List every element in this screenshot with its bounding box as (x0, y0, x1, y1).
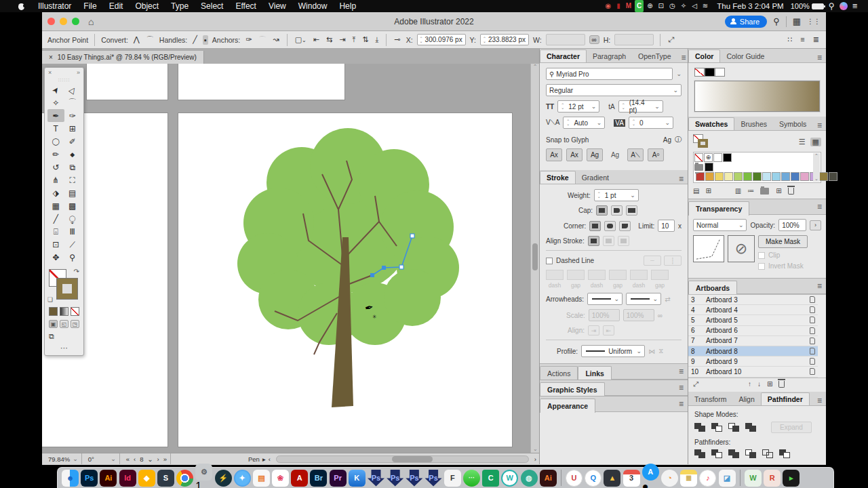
panel-menu-icon[interactable]: ≡ (813, 202, 826, 211)
artboard-name[interactable]: Artboard 7 (706, 337, 810, 344)
swatch-white[interactable] (713, 153, 722, 162)
menu-clock[interactable]: Thu Feb 3 2:04 PM (713, 2, 787, 10)
artboard-name[interactable]: Artboard 3 (706, 296, 810, 304)
fill-stroke-indicator[interactable] (693, 134, 709, 149)
artboard-number-field[interactable]: 8 (140, 455, 143, 463)
dock-separator-2[interactable] (740, 470, 741, 486)
swatch-scrollbar[interactable]: ⌃⌄ (813, 153, 820, 182)
color-swatch[interactable] (743, 172, 752, 181)
tab-stroke[interactable]: Stroke (540, 171, 576, 184)
dock-illustrator[interactable]: Ai (100, 470, 117, 487)
dock-sketch[interactable]: ◆ (138, 470, 155, 487)
perspective-grid-tool[interactable]: ▤ (64, 186, 81, 199)
artboard-8-canvas[interactable]: ✒ ✳ (178, 113, 512, 447)
tab-artboards[interactable]: Artboards (688, 281, 737, 295)
grid-view-icon[interactable]: ▦ (810, 138, 821, 146)
bluetooth-icon[interactable]: ✧ (679, 0, 688, 12)
tab-character[interactable]: Character (540, 49, 587, 62)
volume-icon[interactable]: ◁ (690, 0, 699, 12)
color-swatch[interactable] (791, 172, 800, 181)
blend-mode-select[interactable]: Normal⌄ (693, 219, 747, 231)
exclude-button[interactable] (745, 423, 756, 432)
menu-item[interactable]: File (77, 1, 102, 11)
hscroll-left-icon[interactable]: ‹ (269, 455, 271, 463)
hscroll-right-icon[interactable]: › (534, 455, 536, 463)
divide-button[interactable] (694, 449, 705, 458)
last-artboard-icon[interactable]: » (163, 455, 167, 463)
info-icon[interactable]: ⓘ (675, 135, 682, 144)
intersect-button[interactable] (728, 423, 739, 432)
glyph-options-icon[interactable]: Ag (663, 136, 671, 144)
edit-toolbar-button[interactable]: ⋯ (45, 344, 83, 352)
menu-item[interactable]: Window (292, 1, 334, 11)
dock-r-app[interactable]: R (764, 470, 781, 487)
workspace-switcher-icon[interactable]: ⋮⋮ (807, 18, 821, 25)
dock-messages[interactable]: ··· (463, 470, 480, 487)
dock-chrome[interactable] (176, 470, 193, 487)
artboard-row[interactable]: 8 Artboard 8 (688, 346, 818, 357)
snap-glyph-bounds-button[interactable]: Ag (587, 148, 603, 161)
black-swatch[interactable] (705, 68, 715, 77)
align-stroke-center-button[interactable] (588, 236, 599, 246)
dock-ps-installer-2[interactable]: Ps (387, 470, 403, 487)
page-icon[interactable] (810, 327, 815, 334)
opacity-field[interactable]: 100% (778, 219, 806, 231)
dock-ps-installer-1[interactable]: Ps (368, 470, 384, 487)
artboard-name[interactable]: Artboard 5 (706, 317, 810, 324)
color-button[interactable] (49, 307, 58, 316)
draw-inside-button[interactable]: ◳ (71, 320, 79, 328)
dock-finder[interactable]: ☻ (62, 470, 79, 487)
clock-icon[interactable]: ◷ (667, 0, 677, 12)
delete-swatch-icon[interactable] (788, 188, 794, 195)
trim-button[interactable] (711, 449, 722, 458)
artboard-row[interactable]: 3 Artboard 3 (688, 295, 818, 305)
panel-menu-icon[interactable]: ≡ (675, 367, 688, 376)
outline-button[interactable] (762, 449, 773, 458)
rotation-select[interactable]: 0°⌄ (85, 453, 120, 464)
default-fill-stroke-icon[interactable]: ❏ (47, 296, 53, 303)
swatch-none[interactable] (694, 153, 703, 162)
artboard-tool[interactable]: ⊡ (47, 238, 64, 251)
isolate-icon[interactable]: ⊸ (393, 35, 401, 45)
apple-menu-icon[interactable] (18, 2, 25, 10)
scrollbar-thumb[interactable] (532, 243, 538, 270)
artboard-row[interactable]: 9 Artboard 9 (688, 357, 818, 367)
panel-menu-icon[interactable]: ≡ (675, 383, 688, 392)
tab-swatches[interactable]: Swatches (688, 117, 734, 130)
zoom-tool[interactable]: ⚲ (64, 251, 81, 264)
dashed-line-checkbox[interactable] (546, 258, 553, 264)
next-artboard-icon[interactable]: › (157, 455, 159, 463)
panel-menu-icon[interactable]: ≡ (813, 396, 826, 405)
dock-shield-app[interactable]: S (157, 470, 174, 487)
tab-graphic-styles[interactable]: Graphic Styles (540, 382, 605, 396)
dock-illustrator-alt[interactable]: Ai (540, 470, 557, 487)
dock-ps-installer-3[interactable]: Ps (406, 470, 422, 487)
share-button[interactable]: Share (725, 16, 767, 28)
panel-menu-icon[interactable]: ≡ (675, 399, 688, 409)
menu-item[interactable]: Help (333, 1, 362, 11)
direct-selection-tool[interactable]: ▷ (64, 83, 81, 96)
dock-music[interactable]: ♪ (699, 470, 716, 487)
x-field[interactable]: ⌃⌄300.0976 px (417, 34, 466, 45)
new-color-group-icon[interactable] (760, 188, 769, 195)
dock-bolt-app[interactable]: ⚡ (215, 470, 232, 487)
prev-artboard-icon[interactable]: ‹ (134, 455, 136, 463)
artboard-name[interactable]: Artboard 4 (706, 306, 810, 314)
scrollbar-thumb[interactable] (392, 456, 433, 462)
battery-indicator[interactable]: 100% (791, 2, 824, 10)
swatch-group-folder-icon[interactable] (694, 164, 703, 171)
round-join-button[interactable] (604, 221, 616, 231)
artboard-above-left[interactable] (87, 64, 167, 100)
leading-field[interactable]: ⌃⌄(14.4 pt)⌄ (618, 100, 663, 113)
merge-button[interactable] (728, 449, 739, 458)
constrain-proportions-icon[interactable]: ∞ (589, 35, 599, 44)
dock-preview-app[interactable]: ◪ (719, 470, 736, 487)
color-swatch[interactable] (753, 172, 762, 181)
miter-limit-field[interactable]: 10 (658, 220, 675, 232)
snap-xheight-button[interactable]: Ax (566, 148, 583, 161)
delete-artboard-icon[interactable] (778, 381, 785, 388)
dock-w-circle-app[interactable]: W (501, 470, 518, 487)
dock-screen-recorder[interactable]: ▸ (783, 470, 800, 487)
menu-item[interactable]: Select (195, 1, 229, 11)
draw-normal-button[interactable]: ▣ (49, 320, 58, 328)
